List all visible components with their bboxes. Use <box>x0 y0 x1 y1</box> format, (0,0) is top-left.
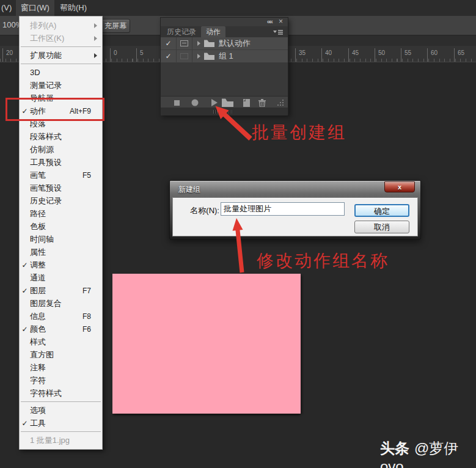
panel-empty-area <box>161 63 288 96</box>
red-arrow-to-name-field-icon <box>225 214 247 275</box>
red-arrow-to-folder-icon <box>207 100 256 144</box>
toggle-item-check-icon[interactable]: ✓ <box>161 50 177 62</box>
menu-item-label: 工具预设 <box>30 157 62 168</box>
menu-item[interactable]: 排列(A) <box>20 19 102 32</box>
menu-item[interactable]: 工作区(K) <box>20 32 102 45</box>
panel-header: «« × <box>161 18 288 26</box>
menu-item[interactable] <box>20 430 102 434</box>
menu-item-label: 扩展功能 <box>30 50 62 61</box>
menu-item-label: 图层 <box>30 285 46 296</box>
menu-item[interactable]: 选项 <box>20 404 102 417</box>
fill-screen-button[interactable]: 充屏幕 <box>101 19 130 33</box>
resize-grip-icon[interactable] <box>276 97 285 109</box>
document-canvas[interactable] <box>112 274 301 414</box>
menu-check-icon <box>20 287 30 295</box>
dialog-close-button[interactable]: x <box>384 181 415 192</box>
menu-help[interactable]: 帮助(H) <box>55 0 92 16</box>
menu-bar: (V) 窗口(W) 帮助(H) <box>0 0 476 16</box>
menu-item-label: 属性 <box>30 247 46 258</box>
record-icon[interactable] <box>189 97 201 109</box>
menu-item-label: 选项 <box>30 405 46 416</box>
menu-item[interactable]: 颜色 F6 <box>20 323 102 335</box>
action-set-row[interactable]: ✓ 默认动作 <box>161 37 288 50</box>
toggle-dialog-cell[interactable] <box>177 50 192 62</box>
toggle-item-check-icon[interactable]: ✓ <box>161 37 177 49</box>
watermark-brand: 头条 <box>380 440 409 456</box>
ruler-label: 65 <box>456 49 464 56</box>
menu-item[interactable]: 属性 <box>20 246 102 258</box>
menu-item[interactable]: 画笔预设 <box>20 181 102 194</box>
menu-item[interactable]: 色板 <box>20 220 102 233</box>
menu-item-label: 工具 <box>30 418 46 429</box>
menu-check-icon <box>20 261 30 269</box>
delete-trash-icon[interactable] <box>256 97 268 109</box>
menu-item[interactable] <box>20 62 102 66</box>
empty-toggle-icon <box>180 53 188 59</box>
close-panel-icon[interactable]: × <box>279 18 283 26</box>
action-set-row[interactable]: ✓ 组 1 <box>161 50 288 63</box>
menu-item[interactable] <box>20 45 102 49</box>
toggle-dialog-cell[interactable] <box>177 37 192 49</box>
menu-item-label: 画笔 <box>30 170 46 181</box>
tab-actions[interactable]: 动作 <box>201 26 225 37</box>
action-set-name: 默认动作 <box>219 38 251 49</box>
menu-item[interactable]: 3D <box>20 66 102 79</box>
menu-item-label: 色板 <box>30 221 46 232</box>
menu-shortcut: F5 <box>82 171 91 180</box>
menu-item-label: 测量记录 <box>30 80 62 91</box>
annotation-create-group: 批量创建组 <box>252 121 346 144</box>
menu-shortcut: F8 <box>82 312 91 321</box>
dialog-title: 新建组 <box>178 185 200 195</box>
menu-item-label: 样式 <box>30 337 46 348</box>
menu-item-label: 段落样式 <box>30 131 62 142</box>
stop-icon[interactable] <box>170 97 183 109</box>
panel-menu-icon[interactable] <box>273 29 283 35</box>
menu-item[interactable]: 时间轴 <box>20 233 102 246</box>
menu-window[interactable]: 窗口(W) <box>16 0 54 16</box>
menu-item[interactable]: 画笔 F5 <box>20 169 102 181</box>
menu-item-label: 排列(A) <box>30 20 56 31</box>
menu-item-label: 图层复合 <box>30 298 62 309</box>
menu-item-label: 3D <box>30 68 40 77</box>
ok-button[interactable]: 确定 <box>354 204 409 217</box>
menu-item[interactable]: 字符 <box>20 374 102 387</box>
tab-history[interactable]: 历史记录 <box>162 26 201 37</box>
menu-item-label: 画笔预设 <box>30 183 62 194</box>
menu-check-icon <box>20 419 30 428</box>
menu-item-label: 历史记录 <box>30 196 62 207</box>
highlight-red-box <box>5 98 104 121</box>
menu-item[interactable]: 直方图 <box>20 348 102 361</box>
menu-item[interactable]: 历史记录 <box>20 194 102 207</box>
expand-arrow-icon[interactable] <box>197 54 200 59</box>
submenu-arrow-icon <box>94 36 97 41</box>
menu-item[interactable]: 调整 <box>20 258 102 271</box>
menu-item[interactable]: 工具预设 <box>20 156 102 169</box>
cancel-button[interactable]: 取消 <box>354 221 409 233</box>
menu-item[interactable]: 测量记录 <box>20 79 102 92</box>
submenu-arrow-icon <box>94 23 97 28</box>
menu-item[interactable]: 段落样式 <box>20 130 102 143</box>
watermark: 头条@萝伊ovo <box>380 439 476 468</box>
dialog-body: 名称(N): 确定 取消 <box>172 197 418 236</box>
menu-item[interactable]: 1 批量1.jpg <box>20 434 102 447</box>
menu-item[interactable]: 图层 F7 <box>20 284 102 297</box>
submenu-arrow-icon <box>94 53 97 58</box>
menu-item[interactable]: 信息 F8 <box>20 310 102 323</box>
action-set-name: 组 1 <box>219 51 233 62</box>
ruler-major-tick <box>401 48 401 62</box>
menu-item[interactable]: 样式 <box>20 335 102 348</box>
menu-item[interactable]: 仿制源 <box>20 143 102 156</box>
menu-view[interactable]: (V) <box>0 0 16 16</box>
menu-item-label: 1 批量1.jpg <box>30 435 70 446</box>
menu-item[interactable]: 图层复合 <box>20 297 102 310</box>
menu-item[interactable]: 字符样式 <box>20 387 102 400</box>
menu-item[interactable] <box>20 400 102 404</box>
menu-shortcut: F7 <box>82 287 91 295</box>
menu-item[interactable]: 扩展功能 <box>20 49 102 62</box>
menu-item[interactable]: 通道 <box>20 271 102 284</box>
expand-arrow-icon[interactable] <box>197 41 200 46</box>
menu-item[interactable]: 路径 <box>20 207 102 220</box>
menu-item[interactable]: 注释 <box>20 361 102 374</box>
menu-item[interactable]: 工具 <box>20 417 102 430</box>
collapse-panel-icon[interactable]: «« <box>267 18 272 26</box>
